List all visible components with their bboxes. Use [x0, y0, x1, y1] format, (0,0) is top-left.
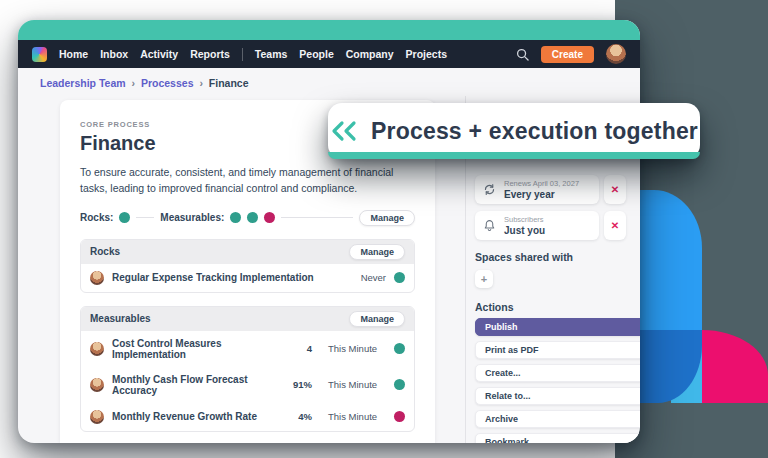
summary-divider [281, 217, 353, 218]
table-row[interactable]: Monthly Cash Flow Forecast Accuracy 91% … [81, 367, 414, 403]
status-dot [394, 379, 405, 390]
rocks-summary-label: Rocks: [80, 212, 113, 223]
renews-card[interactable]: Renews April 03, 2027 Every year [475, 175, 599, 204]
banner-accent-bar [328, 152, 700, 159]
nav-divider [242, 48, 243, 61]
double-chevron-left-icon [330, 120, 358, 142]
nav-item-people[interactable]: People [299, 48, 333, 60]
nav-item-home[interactable]: Home [59, 48, 88, 60]
measurables-header-label: Measurables [90, 313, 151, 324]
nav-item-projects[interactable]: Projects [406, 48, 447, 60]
measurable-status-dot [264, 212, 275, 223]
breadcrumb-link-processes[interactable]: Processes [141, 77, 194, 89]
relate-to-button[interactable]: Relate to... [475, 387, 640, 405]
rocks-section: Rocks Manage Regular Expense Tracking Im… [80, 239, 415, 293]
status-dot [394, 411, 405, 422]
publish-button[interactable]: Publish [475, 318, 640, 336]
measurable-frequency: This Minute [328, 379, 386, 390]
measurables-section: Measurables Manage Cost Control Measures… [80, 306, 415, 432]
measurable-value: 91% [286, 379, 312, 390]
create-button[interactable]: Create [541, 46, 594, 63]
manage-button[interactable]: Manage [359, 210, 415, 226]
avatar [90, 378, 104, 392]
rocks-manage-button[interactable]: Manage [349, 244, 405, 260]
summary-divider [136, 217, 154, 218]
window-titlebar [18, 20, 640, 40]
nav-item-inbox[interactable]: Inbox [100, 48, 128, 60]
renew-icon [483, 183, 496, 196]
measurable-title: Monthly Cash Flow Forecast Accuracy [112, 374, 278, 396]
subscribers-label: Subscribers [504, 215, 545, 224]
measurable-title: Cost Control Measures Implementation [112, 338, 278, 360]
print-pdf-button[interactable]: Print as PDF [475, 341, 640, 359]
nav-item-teams[interactable]: Teams [255, 48, 288, 60]
user-avatar[interactable] [606, 44, 626, 64]
table-row[interactable]: Cost Control Measures Implementation 4 T… [81, 331, 414, 367]
top-navbar: Home Inbox Activity Reports Teams People… [18, 40, 640, 68]
remove-subscribers-button[interactable]: ✕ [604, 211, 626, 240]
rocks-header-label: Rocks [90, 246, 120, 257]
renews-label: Renews April 03, 2027 [504, 179, 579, 188]
status-dot [394, 272, 405, 283]
measurable-status-dot [247, 212, 258, 223]
subscribers-value: Just you [504, 225, 545, 236]
measurable-title: Monthly Revenue Growth Rate [112, 411, 278, 422]
bookmark-button[interactable]: Bookmark [475, 433, 640, 443]
status-dot [394, 343, 405, 354]
actions-heading: Actions [475, 301, 626, 313]
table-row[interactable]: Regular Expense Tracking Implementation … [81, 264, 414, 292]
breadcrumb-separator: › [132, 77, 136, 89]
add-space-button[interactable]: + [475, 270, 493, 288]
rock-status-dot [119, 212, 130, 223]
search-icon[interactable] [516, 48, 529, 61]
app-window: Home Inbox Activity Reports Teams People… [18, 20, 640, 443]
avatar [90, 342, 104, 356]
bell-icon [483, 219, 496, 232]
page-background: Home Inbox Activity Reports Teams People… [0, 0, 768, 458]
remove-renews-button[interactable]: ✕ [604, 175, 626, 204]
rocks-section-header: Rocks Manage [81, 240, 414, 264]
setting-row-renews: Renews April 03, 2027 Every year ✕ [475, 175, 626, 204]
renews-value: Every year [504, 189, 579, 200]
spaces-heading: Spaces shared with [475, 251, 626, 263]
breadcrumb-link-team[interactable]: Leadership Team [40, 77, 126, 89]
breadcrumb-separator: › [199, 77, 203, 89]
app-logo[interactable] [32, 47, 47, 62]
process-description: To ensure accurate, consistent, and time… [80, 164, 402, 197]
nav-item-company[interactable]: Company [346, 48, 394, 60]
rock-frequency: Never [361, 272, 386, 283]
measurable-value: 4 [286, 343, 312, 354]
rock-title: Regular Expense Tracking Implementation [112, 272, 345, 283]
breadcrumb-current: Finance [209, 77, 249, 89]
measurable-status-dot [230, 212, 241, 223]
create-action-button[interactable]: Create... [475, 364, 640, 382]
archive-button[interactable]: Archive [475, 410, 640, 428]
table-row[interactable]: Monthly Revenue Growth Rate 4% This Minu… [81, 403, 414, 431]
nav-item-activity[interactable]: Activity [140, 48, 178, 60]
measurable-frequency: This Minute [328, 411, 386, 422]
measurable-value: 4% [286, 411, 312, 422]
subscribers-card[interactable]: Subscribers Just you [475, 211, 599, 240]
measurable-frequency: This Minute [328, 343, 386, 354]
measurables-manage-button[interactable]: Manage [349, 311, 405, 327]
measurables-summary-label: Measurables: [160, 212, 224, 223]
measurables-section-header: Measurables Manage [81, 307, 414, 331]
feature-banner: Process + execution together [328, 103, 700, 159]
avatar [90, 410, 104, 424]
summary-row: Rocks: Measurables: Manage [80, 210, 415, 226]
nav-item-reports[interactable]: Reports [190, 48, 230, 60]
avatar [90, 271, 104, 285]
breadcrumb: Leadership Team › Processes › Finance [18, 68, 640, 89]
banner-text: Process + execution together [371, 118, 698, 145]
setting-row-subscribers: Subscribers Just you ✕ [475, 211, 626, 240]
